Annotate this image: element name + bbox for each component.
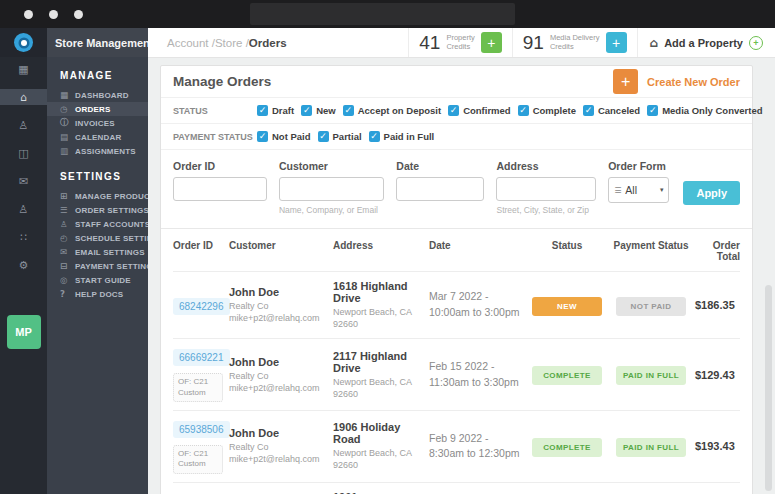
sidebar-item[interactable]: ▥ ASSIGNMENTS: [47, 144, 148, 158]
order-settings-icon: ☰: [60, 205, 72, 215]
credit-value: 41: [419, 32, 440, 54]
add-property-button[interactable]: ⌂ Add a Property +: [637, 28, 775, 57]
scrollbar-thumb[interactable]: [765, 285, 772, 491]
order-id-input[interactable]: [173, 177, 267, 201]
gear-icon[interactable]: ⚙: [0, 257, 47, 273]
order-form-select[interactable]: ☰ All ▾: [608, 177, 669, 203]
customer-cell: John Doe Realty Co mike+p2t@relahq.com: [229, 427, 333, 465]
add-credit-button[interactable]: +: [481, 32, 502, 53]
mail-icon[interactable]: ✉: [0, 173, 47, 189]
sidebar-item[interactable]: ☰ ORDER SETTINGS ∨: [47, 203, 148, 217]
payment-settings-icon: ⊟: [60, 261, 72, 271]
status-checkbox-option[interactable]: ✓ Complete: [518, 105, 576, 116]
create-new-order-button[interactable]: Create New Order: [647, 76, 740, 88]
invoices-icon: ⓘ: [60, 117, 72, 129]
create-order-plus-button[interactable]: +: [613, 69, 638, 94]
column-header: Date: [429, 240, 527, 262]
address-cell: 1618 Highland Drive Newport Beach, CA 92…: [333, 280, 429, 330]
sidebar-item-label: ORDER SETTINGS: [75, 206, 148, 215]
order-id-link[interactable]: 66669221: [173, 349, 230, 366]
sidebar-heading-manage: MANAGE: [47, 57, 148, 88]
user-avatar[interactable]: MP: [7, 315, 41, 349]
sidebar-item[interactable]: ⓘ INVOICES: [47, 116, 148, 130]
breadcrumb-store[interactable]: Store: [215, 37, 243, 49]
window-titlebar: [0, 0, 775, 28]
store-icon[interactable]: ◫: [0, 145, 47, 161]
order-total-cell: $186.35: [695, 299, 740, 311]
rail-items: ▦ ⌂ ♙ ◫ ✉ ♙ ∷ ⚙: [0, 61, 47, 285]
checkbox-checked-icon[interactable]: ✓: [518, 105, 529, 116]
payment-checkbox-option[interactable]: ✓ Not Paid: [257, 131, 311, 142]
checkbox-checked-icon[interactable]: ✓: [448, 105, 459, 116]
camera-aperture-icon: [14, 33, 33, 52]
order-form-tag: OF: C21 Custom: [173, 445, 223, 474]
sidebar-item[interactable]: ⊞ MANAGE PRODUCTS ∨: [47, 189, 148, 203]
window-control-dot[interactable]: [74, 10, 83, 19]
customer-email: mike+p2t@relahq.com: [229, 312, 327, 324]
add-credit-button[interactable]: +: [606, 32, 627, 53]
content-area: Manage Orders + Create New Order STATUS …: [148, 58, 775, 494]
sidebar-item-label: STAFF ACCOUNTS: [75, 220, 148, 229]
order-id-label: Order ID: [173, 160, 267, 172]
user-icon[interactable]: ♙: [0, 117, 47, 133]
customer-input[interactable]: [279, 177, 384, 201]
status-checkbox-option[interactable]: ✓ Draft: [257, 105, 294, 116]
date-cell: Feb 15 2022 - 11:30am to 3:30pm: [429, 359, 527, 391]
apps-icon[interactable]: ∷: [0, 229, 47, 245]
checkbox-checked-icon[interactable]: ✓: [257, 105, 268, 116]
breadcrumb-account[interactable]: Account: [167, 37, 209, 49]
sidebar-item-label: EMAIL SETTINGS: [75, 248, 145, 257]
search-filters: Order ID Customer Name, Company, or Emai…: [161, 149, 752, 228]
checkbox-checked-icon[interactable]: ✓: [343, 105, 354, 116]
browser-tab[interactable]: [250, 3, 515, 25]
sidebar-item[interactable]: ▤ CALENDAR: [47, 130, 148, 144]
payment-checkbox-option[interactable]: ✓ Partial: [318, 131, 362, 142]
address-input[interactable]: [496, 177, 596, 201]
email-settings-icon: ✉: [60, 247, 72, 257]
status-checkbox-option[interactable]: ✓ Confirmed: [448, 105, 511, 116]
sidebar-item[interactable]: ♙ STAFF ACCOUNTS: [47, 217, 148, 231]
sidebar-item[interactable]: ? HELP DOCS: [47, 287, 148, 301]
address-label: Address: [496, 160, 596, 172]
sidebar-item[interactable]: ⊟ PAYMENT SETTINGS: [47, 259, 148, 273]
address-city: Newport Beach, CA: [333, 447, 423, 459]
checkbox-label: Complete: [533, 105, 576, 116]
payment-status-cell: NOT PAID: [613, 295, 695, 316]
checkbox-checked-icon[interactable]: ✓: [257, 131, 268, 142]
payment-status-badge: PAID IN FULL: [616, 438, 686, 457]
home-icon[interactable]: ⌂: [0, 89, 47, 105]
start-guide-icon: ◎: [60, 275, 72, 285]
order-id-link[interactable]: 65938506: [173, 421, 230, 438]
date-input[interactable]: [396, 177, 484, 201]
sidebar-settings-items: ⊞ MANAGE PRODUCTS ∨ ☰ ORDER SETTINGS ∨ ♙…: [47, 189, 148, 301]
checkbox-label: Canceled: [598, 105, 640, 116]
payment-checkbox-option[interactable]: ✓ Paid in Full: [369, 131, 435, 142]
window-control-dot[interactable]: [24, 10, 33, 19]
staff-icon[interactable]: ♙: [0, 201, 47, 217]
credit-label: Media Delivery Credits: [550, 34, 600, 51]
checkbox-checked-icon[interactable]: ✓: [301, 105, 312, 116]
order-total-cell: $193.43: [695, 440, 740, 452]
checkbox-checked-icon[interactable]: ✓: [647, 105, 658, 116]
topbar-right: 41 Property Credits + 91 Media Delivery: [408, 28, 775, 57]
apply-button[interactable]: Apply: [683, 181, 740, 205]
status-checkbox-option[interactable]: ✓ Media Only Converted: [647, 105, 762, 116]
status-checkbox-option[interactable]: ✓ New: [301, 105, 336, 116]
sidebar-item[interactable]: ✉ EMAIL SETTINGS: [47, 245, 148, 259]
checkbox-checked-icon[interactable]: ✓: [583, 105, 594, 116]
sidebar-item[interactable]: ◷ ORDERS: [47, 102, 148, 116]
grid-icon[interactable]: ▦: [0, 61, 47, 77]
orders-table: Order ID Customer Address Date Status Pa…: [161, 228, 752, 494]
sidebar-item[interactable]: ◎ START GUIDE: [47, 273, 148, 287]
status-checkbox-option[interactable]: ✓ Canceled: [583, 105, 640, 116]
checkbox-checked-icon[interactable]: ✓: [369, 131, 380, 142]
status-checkbox-option[interactable]: ✓ Accept on Deposit: [343, 105, 441, 116]
window-control-dot[interactable]: [49, 10, 58, 19]
sidebar-item[interactable]: ▦ DASHBOARD: [47, 88, 148, 102]
window-controls: [24, 10, 83, 19]
sidebar-item-label: START GUIDE: [75, 276, 131, 285]
address-zip: 92660: [333, 388, 423, 400]
sidebar-item[interactable]: ◴ SCHEDULE SETTINGS: [47, 231, 148, 245]
checkbox-checked-icon[interactable]: ✓: [318, 131, 329, 142]
order-id-link[interactable]: 68242296: [173, 298, 230, 315]
